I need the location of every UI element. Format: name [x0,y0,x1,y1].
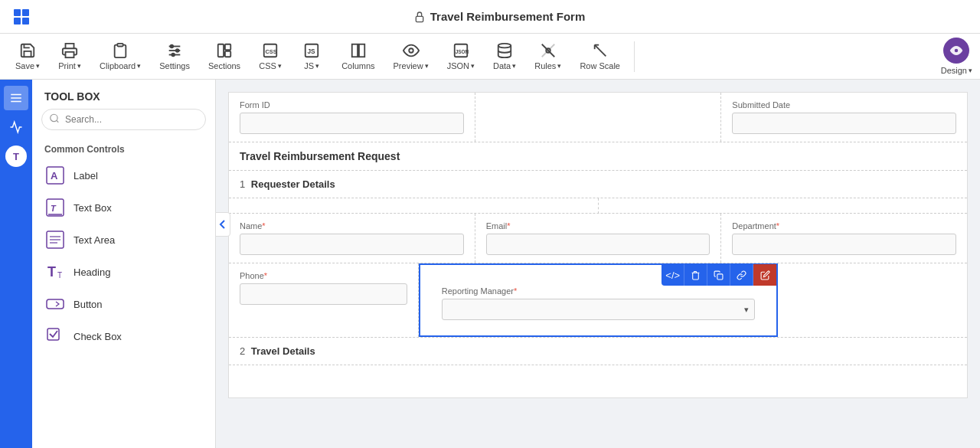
label-icon: A [45,165,65,185]
field-toolbar-copy[interactable] [707,264,730,286]
form-id-cell: Form ID [229,93,475,142]
columns-button[interactable]: Columns [334,39,382,74]
check-box-icon [45,326,65,346]
preview-button[interactable]: Preview▾ [386,39,436,74]
app-logo [12,8,31,26]
js-icon: JS [303,42,320,59]
svg-text:T: T [57,271,62,280]
toolbox-item-button[interactable]: Button [32,288,215,320]
save-icon [19,42,36,59]
section-1-spacer [229,198,967,214]
svg-rect-33 [11,101,21,103]
section-1-title: Requester Details [251,178,335,190]
reporting-manager-cell: </> [419,263,779,337]
data-button[interactable]: Data▾ [485,39,524,74]
row-scale-button[interactable]: Row Scale [572,39,628,74]
form-container: Form ID Submitted Date Travel Reimbursem… [228,92,968,398]
svg-rect-20 [352,44,358,57]
button-icon [45,294,65,314]
svg-text:A: A [51,170,58,181]
data-icon [496,42,513,59]
check-box-item-icon [44,325,66,347]
edit-icon [760,270,770,280]
toolbox-item-check-box[interactable]: Check Box [32,320,215,352]
toolbox-item-text-box[interactable]: T Text Box [32,191,215,224]
columns-icon [350,42,367,59]
svg-rect-6 [117,44,122,47]
sidebar-icon-user[interactable]: T [4,144,28,168]
text-area-icon [45,230,65,250]
reporting-manager-select[interactable] [442,299,756,320]
search-input[interactable] [41,109,206,130]
section-2-title: Travel Details [251,345,315,357]
toolbox-item-heading[interactable]: T T Heading [32,256,215,288]
json-icon: JSON [452,42,469,59]
svg-rect-2 [14,18,21,25]
email-input[interactable] [486,234,710,255]
section-1-number: 1 [240,178,245,190]
print-icon [61,42,78,59]
toolbox-panel: TOOL BOX Common Controls A Label [32,80,216,448]
svg-point-22 [409,48,413,53]
svg-rect-49 [717,273,723,279]
field-toolbar: </> [662,264,776,286]
form-title: Travel Reimbursement Request [229,142,967,171]
json-button[interactable]: JSON JSON▾ [439,39,482,74]
empty-cell-right [778,263,967,337]
toolbox-item-text-area[interactable]: Text Area [32,224,215,256]
svg-text:CSS: CSS [266,48,277,55]
form-id-input[interactable] [240,113,464,134]
svg-rect-48 [47,329,59,340]
svg-point-12 [172,54,175,57]
sections-button[interactable]: Sections [201,39,248,74]
reporting-manager-label: Reporting Manager* [442,286,756,296]
sidebar-icon-list[interactable] [4,86,28,110]
js-button[interactable]: JS JS▾ [292,39,331,74]
phone-cell: Phone* [229,263,419,337]
field-toolbar-delete[interactable] [684,264,707,286]
clipboard-button[interactable]: Clipboard▾ [92,39,149,74]
save-button[interactable]: Save▾ [8,39,47,74]
chevron-left-icon [219,219,227,230]
design-icon [943,38,969,64]
design-button[interactable]: Design ▾ [941,38,972,75]
link-icon [737,270,746,280]
chart-icon [9,120,23,134]
submitted-date-input[interactable] [732,113,956,134]
phone-input[interactable] [240,283,407,305]
email-required: * [507,221,510,231]
field-toolbar-code[interactable]: </> [662,264,684,286]
collapse-panel-button[interactable] [215,212,230,237]
toolbox-search [41,109,206,130]
copy-icon [714,270,724,280]
field-toolbar-link[interactable] [730,264,753,286]
email-label: Email* [486,221,710,231]
settings-button[interactable]: Settings [152,39,198,74]
main-layout: T TOOL BOX Common Controls A Label [0,80,980,448]
phone-label: Phone* [240,271,407,280]
sidebar-icon-chart[interactable] [4,115,28,139]
svg-point-34 [51,114,57,121]
svg-rect-32 [11,97,21,99]
svg-text:JSON: JSON [455,49,469,54]
field-toolbar-edit[interactable] [753,264,776,286]
lock-icon [413,11,426,23]
svg-rect-5 [66,52,74,57]
form-row-name-email-dept: Name* Email* Department* [229,214,967,263]
department-input[interactable] [732,234,956,255]
svg-line-27 [594,45,606,57]
spacer-cell2 [599,198,968,214]
toolbar: Save▾ Print▾ Clipboard▾ Settings Section… [0,34,980,80]
name-input[interactable] [240,234,464,255]
toolbox-item-label[interactable]: A Label [32,159,215,191]
heading-item-icon: T T [44,261,66,283]
rules-button[interactable]: Rules▾ [527,39,569,74]
section-2-header: 2 Travel Details [229,338,967,365]
manager-required: * [514,286,517,296]
css-button[interactable]: CSS CSS▾ [251,39,289,74]
svg-rect-31 [11,94,21,96]
print-button[interactable]: Print▾ [51,39,89,74]
svg-rect-4 [416,16,423,21]
page-title: Travel Reimbursement Form [31,10,968,23]
search-icon [49,113,60,126]
